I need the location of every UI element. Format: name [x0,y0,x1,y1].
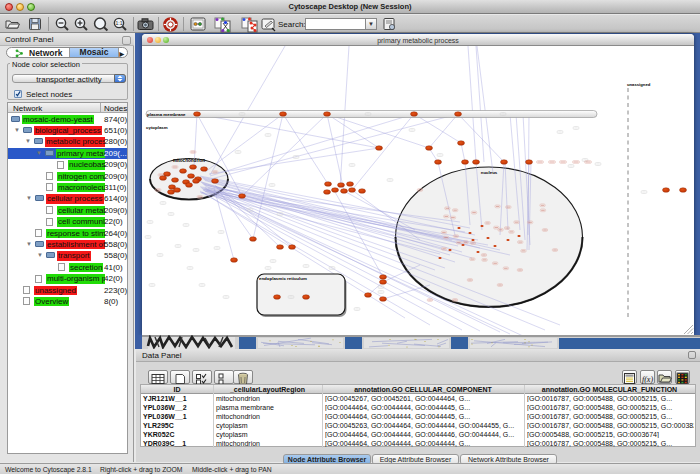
svg-text:cytoplasm: cytoplasm [146,125,168,130]
svg-text:nucleus: nucleus [481,170,498,175]
svg-text:mitochondrion: mitochondrion [173,158,205,163]
svg-text:1:1: 1:1 [116,20,123,26]
svg-text:f(x): f(x) [642,375,653,384]
svg-text:plasma membrane: plasma membrane [147,112,186,117]
svg-text:unassigned: unassigned [627,82,651,87]
svg-text:endoplasmic reticulum: endoplasmic reticulum [259,276,307,281]
